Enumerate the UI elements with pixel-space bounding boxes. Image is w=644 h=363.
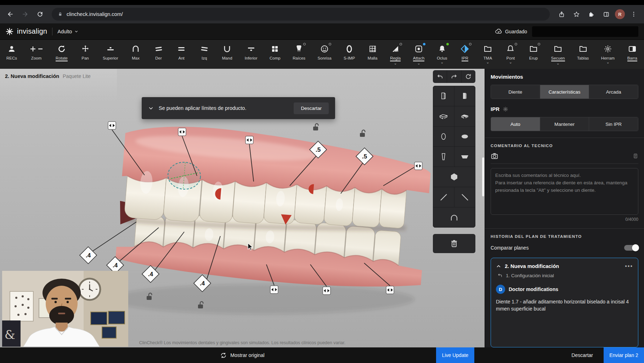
history-section-title: HISTORIA DEL PLAN DE TRATAMIENTO bbox=[491, 234, 638, 239]
extensions-puzzle-icon[interactable] bbox=[585, 8, 597, 20]
discard-plan-button[interactable]: Descartar bbox=[571, 352, 593, 358]
toolbar-item-s-imp[interactable]: S-IMP bbox=[344, 40, 355, 69]
toolbar-item-recs[interactable]: RECs bbox=[6, 40, 17, 69]
ipr-settings-gear-icon[interactable] bbox=[503, 106, 508, 112]
arrow-marker[interactable] bbox=[178, 128, 186, 136]
toolbar-item-zoom[interactable]: Zoom bbox=[29, 40, 44, 69]
unlocked-icon[interactable] bbox=[360, 130, 365, 137]
canvas-scrollbar[interactable] bbox=[482, 157, 484, 196]
toolbar-item-der[interactable]: Der bbox=[153, 40, 164, 69]
toolbar-item-ant[interactable]: Ant bbox=[176, 40, 187, 69]
arrow-marker[interactable] bbox=[323, 287, 331, 295]
toolbar-item-rotate[interactable]: Rotate bbox=[56, 40, 68, 69]
toolbar-item-attach[interactable]: Attach⌄ bbox=[413, 40, 425, 69]
side-panel-icon[interactable] bbox=[600, 8, 612, 20]
app-header: invisalign Adulto Guardado bbox=[0, 23, 644, 40]
attachment-trapezoid-horizontal-button[interactable] bbox=[454, 147, 475, 167]
attachment-slab-filled-icon bbox=[460, 111, 470, 121]
attachment-box-vertical-filled-button[interactable] bbox=[454, 86, 475, 106]
compare-plans-toggle[interactable] bbox=[624, 245, 638, 251]
reset-view-button[interactable] bbox=[462, 70, 475, 83]
teeth-model[interactable] bbox=[115, 121, 433, 293]
toolbar-item-tablas[interactable]: Tablas bbox=[577, 40, 589, 69]
ipr-option-sin-ipr[interactable]: Sin IPR bbox=[589, 117, 638, 131]
ipr-option-auto[interactable]: Auto bbox=[491, 117, 540, 131]
toolbar-item-ipr[interactable]: IPR bbox=[459, 40, 470, 69]
tab-diente[interactable]: Diente bbox=[491, 85, 540, 99]
toolbar-item-max[interactable]: Max bbox=[130, 40, 141, 69]
plan-menu-kebab-icon[interactable]: ••• bbox=[625, 263, 633, 269]
toolbar-item-pont[interactable]: Pont⌄ bbox=[505, 40, 516, 69]
svg-text:.4: .4 bbox=[86, 252, 91, 259]
show-original-button[interactable]: Mostrar original bbox=[220, 347, 264, 363]
camera-snapshot-icon[interactable] bbox=[491, 152, 498, 160]
toolbar-item-regla[interactable]: Regla⌄ bbox=[390, 40, 401, 69]
toolbar-item-mand[interactable]: Mand bbox=[222, 40, 232, 69]
unlocked-icon[interactable] bbox=[313, 124, 318, 130]
blue-badge-dot bbox=[423, 43, 425, 45]
bottom-bar: Mostrar original Live Update Descartar E… bbox=[0, 347, 644, 363]
attachment-slab-filled-button[interactable] bbox=[454, 106, 475, 126]
attachment-hexagon-button[interactable] bbox=[433, 167, 475, 187]
webcam-video: & bbox=[2, 271, 128, 347]
attachment-slab-outline-button[interactable] bbox=[433, 106, 454, 126]
bookmark-star-icon[interactable] bbox=[570, 8, 582, 20]
browser-menu-kebab-icon[interactable] bbox=[628, 8, 640, 20]
insert-reference-icon[interactable] bbox=[633, 153, 638, 159]
arrow-marker[interactable] bbox=[386, 286, 394, 294]
send-plan-button[interactable]: Enviar plan 2 bbox=[604, 347, 644, 363]
toolbar-item-erup[interactable]: Erup bbox=[528, 40, 539, 69]
toolbar-item-herram[interactable]: Herram⌄ bbox=[601, 40, 615, 69]
tab-arcada[interactable]: Arcada bbox=[589, 85, 638, 99]
attachment-trapezoid-vertical-button[interactable] bbox=[433, 147, 454, 167]
toolbar-item-inferior[interactable]: Inferior bbox=[245, 40, 258, 69]
toolbar-item-sonrisa[interactable]: Sonrisa bbox=[318, 40, 332, 69]
cut-line-forward-button[interactable] bbox=[433, 187, 454, 207]
svg-text:.4: .4 bbox=[148, 271, 153, 278]
toolbar-item-ra-ces[interactable]: Raíces bbox=[293, 40, 305, 69]
doctor-avatar: D bbox=[496, 285, 505, 294]
toolbar-item-malla[interactable]: Malla bbox=[367, 40, 378, 69]
technician-comment-input[interactable] bbox=[491, 168, 638, 215]
browser-forward-button[interactable] bbox=[19, 8, 31, 20]
toolbar-item-pan[interactable]: Pan bbox=[80, 40, 91, 69]
delete-attachment-button[interactable] bbox=[433, 234, 475, 253]
webcam-overlay[interactable]: & bbox=[2, 271, 128, 347]
cut-line-backward-button[interactable] bbox=[454, 187, 475, 207]
toolbar-item-oclus[interactable]: Oclus⌄ bbox=[437, 40, 447, 69]
parent-plan-item[interactable]: 1. Configuración inicial bbox=[497, 273, 633, 278]
attach-icon bbox=[414, 45, 423, 53]
attachment-box-vertical-outline-button[interactable] bbox=[433, 86, 454, 106]
right-sidebar: Movimientos DienteCaracterísticasArcada … bbox=[485, 69, 644, 347]
browser-reload-button[interactable] bbox=[34, 8, 46, 20]
toolbar-item-superior[interactable]: Superior bbox=[103, 40, 118, 69]
live-update-button[interactable]: Live Update bbox=[436, 347, 474, 363]
browser-profile-avatar[interactable]: R bbox=[615, 9, 625, 19]
arrow-marker[interactable] bbox=[270, 286, 278, 294]
arrow-marker[interactable] bbox=[245, 136, 253, 144]
share-icon[interactable] bbox=[555, 8, 567, 20]
chevron-up-icon[interactable] bbox=[496, 264, 501, 269]
attachment-ellipse-horizontal-button[interactable] bbox=[454, 127, 475, 146]
arrow-marker[interactable] bbox=[108, 122, 116, 129]
patient-type-dropdown[interactable]: Adulto bbox=[57, 29, 78, 34]
toolbar-item-tma[interactable]: TMA⌄ bbox=[482, 40, 493, 69]
redo-button[interactable] bbox=[447, 70, 461, 83]
roots-icon bbox=[295, 45, 303, 53]
arrow-marker[interactable] bbox=[414, 162, 422, 170]
viewport-3d[interactable]: 2. Nueva modificaciónPaquete Lite Se pue… bbox=[0, 69, 485, 347]
arch-arc-button[interactable] bbox=[433, 207, 475, 227]
url-bar[interactable]: clincheck.invisalign.com/ bbox=[52, 8, 550, 21]
toolbar-item-izq[interactable]: Izq bbox=[199, 40, 210, 69]
tab-caracter-sticas[interactable]: Características bbox=[540, 85, 589, 99]
ipr-diamond[interactable]: .4 bbox=[80, 247, 97, 264]
ipr-option-mantener[interactable]: Mantener bbox=[540, 117, 589, 131]
undo-button[interactable] bbox=[433, 70, 447, 83]
toolbar-item-comp[interactable]: Comp bbox=[270, 40, 281, 69]
attachment-ellipse-vertical-button[interactable] bbox=[433, 127, 454, 146]
browser-back-button[interactable] bbox=[4, 8, 16, 20]
toast-dismiss-button[interactable]: Descartar bbox=[294, 102, 329, 114]
toolbar-item-barra[interactable]: Barra bbox=[627, 40, 638, 69]
active-plan-card[interactable]: 2. Nueva modificación ••• 1. Configuraci… bbox=[491, 258, 638, 347]
toolbar-item-secuen[interactable]: Secuen⌄ bbox=[551, 40, 565, 69]
